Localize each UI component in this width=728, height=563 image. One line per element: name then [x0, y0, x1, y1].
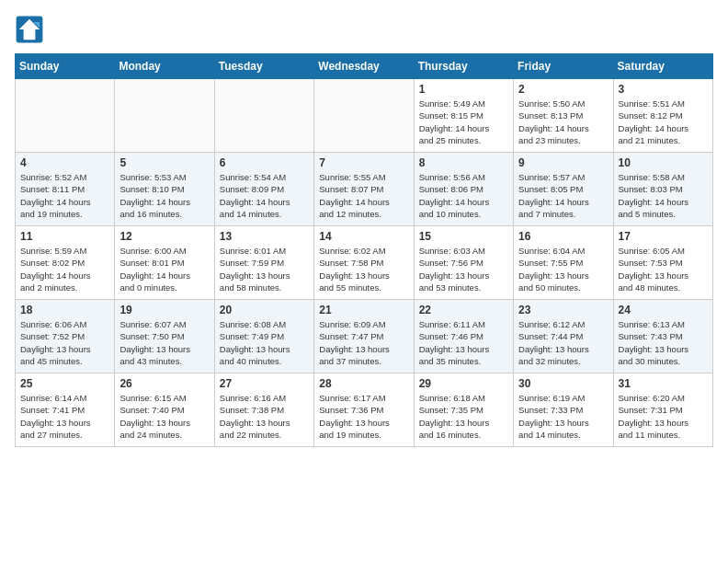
calendar-cell [115, 79, 214, 153]
day-info: Sunrise: 6:04 AM Sunset: 7:55 PM Dayligh… [518, 245, 608, 293]
day-number: 23 [518, 304, 608, 316]
day-number: 1 [419, 83, 508, 96]
day-info: Sunrise: 5:56 AM Sunset: 8:06 PM Dayligh… [419, 171, 508, 220]
calendar-table: SundayMondayTuesdayWednesdayThursdayFrid… [15, 53, 713, 447]
week-row-1: 1Sunrise: 5:49 AM Sunset: 8:15 PM Daylig… [16, 79, 713, 153]
day-info: Sunrise: 6:20 AM Sunset: 7:31 PM Dayligh… [619, 392, 708, 441]
calendar-cell: 29Sunrise: 6:18 AM Sunset: 7:35 PM Dayli… [414, 373, 513, 447]
day-info: Sunrise: 6:16 AM Sunset: 7:38 PM Dayligh… [220, 392, 309, 441]
calendar-cell [314, 79, 414, 153]
day-number: 21 [319, 304, 408, 316]
header-thursday: Thursday [414, 54, 513, 79]
day-info: Sunrise: 6:02 AM Sunset: 7:58 PM Dayligh… [319, 245, 408, 293]
calendar-cell: 31Sunrise: 6:20 AM Sunset: 7:31 PM Dayli… [613, 373, 712, 447]
day-info: Sunrise: 6:05 AM Sunset: 7:53 PM Dayligh… [619, 245, 708, 293]
day-number: 29 [419, 377, 508, 390]
day-info: Sunrise: 6:06 AM Sunset: 7:52 PM Dayligh… [20, 318, 109, 367]
calendar-cell [16, 79, 115, 153]
day-number: 30 [518, 377, 608, 390]
header-wednesday: Wednesday [314, 54, 414, 79]
day-number: 4 [20, 156, 109, 169]
day-info: Sunrise: 5:53 AM Sunset: 8:10 PM Dayligh… [119, 171, 209, 220]
day-info: Sunrise: 6:15 AM Sunset: 7:40 PM Dayligh… [119, 392, 209, 441]
calendar-cell: 8Sunrise: 5:56 AM Sunset: 8:06 PM Daylig… [414, 153, 513, 226]
day-number: 11 [20, 230, 109, 243]
calendar-cell: 19Sunrise: 6:07 AM Sunset: 7:50 PM Dayli… [115, 300, 214, 373]
day-info: Sunrise: 5:58 AM Sunset: 8:03 PM Dayligh… [619, 171, 708, 220]
day-number: 3 [619, 83, 708, 96]
day-info: Sunrise: 6:09 AM Sunset: 7:47 PM Dayligh… [319, 318, 408, 367]
day-number: 7 [319, 156, 408, 169]
day-number: 31 [619, 377, 708, 390]
day-number: 13 [220, 230, 309, 243]
day-info: Sunrise: 6:03 AM Sunset: 7:56 PM Dayligh… [419, 245, 508, 293]
calendar-cell: 18Sunrise: 6:06 AM Sunset: 7:52 PM Dayli… [16, 300, 115, 373]
day-info: Sunrise: 5:57 AM Sunset: 8:05 PM Dayligh… [518, 171, 608, 220]
calendar-cell: 14Sunrise: 6:02 AM Sunset: 7:58 PM Dayli… [314, 226, 414, 300]
calendar-cell: 10Sunrise: 5:58 AM Sunset: 8:03 PM Dayli… [613, 153, 712, 226]
day-info: Sunrise: 6:07 AM Sunset: 7:50 PM Dayligh… [119, 318, 209, 367]
day-number: 18 [20, 304, 109, 316]
calendar-cell: 12Sunrise: 6:00 AM Sunset: 8:01 PM Dayli… [115, 226, 214, 300]
day-number: 5 [119, 156, 209, 169]
calendar-cell: 26Sunrise: 6:15 AM Sunset: 7:40 PM Dayli… [115, 373, 214, 447]
day-info: Sunrise: 6:01 AM Sunset: 7:59 PM Dayligh… [220, 245, 309, 293]
calendar-cell [214, 79, 313, 153]
header-saturday: Saturday [613, 54, 712, 79]
day-info: Sunrise: 5:55 AM Sunset: 8:07 PM Dayligh… [319, 171, 408, 220]
day-info: Sunrise: 5:54 AM Sunset: 8:09 PM Dayligh… [220, 171, 309, 220]
day-info: Sunrise: 5:49 AM Sunset: 8:15 PM Dayligh… [419, 98, 508, 146]
day-info: Sunrise: 6:11 AM Sunset: 7:46 PM Dayligh… [419, 318, 508, 367]
header-sunday: Sunday [16, 54, 115, 79]
calendar-header-row: SundayMondayTuesdayWednesdayThursdayFrid… [16, 54, 713, 79]
day-number: 14 [319, 230, 408, 243]
calendar-cell: 30Sunrise: 6:19 AM Sunset: 7:33 PM Dayli… [514, 373, 613, 447]
day-number: 20 [220, 304, 309, 316]
header-tuesday: Tuesday [214, 54, 313, 79]
day-number: 17 [619, 230, 708, 243]
header-friday: Friday [514, 54, 613, 79]
calendar-cell: 7Sunrise: 5:55 AM Sunset: 8:07 PM Daylig… [314, 153, 414, 226]
day-number: 8 [419, 156, 508, 169]
day-info: Sunrise: 5:51 AM Sunset: 8:12 PM Dayligh… [619, 98, 708, 146]
day-number: 2 [518, 83, 608, 96]
week-row-5: 25Sunrise: 6:14 AM Sunset: 7:41 PM Dayli… [16, 373, 713, 447]
day-info: Sunrise: 5:52 AM Sunset: 8:11 PM Dayligh… [20, 171, 109, 220]
calendar-cell: 1Sunrise: 5:49 AM Sunset: 8:15 PM Daylig… [414, 79, 513, 153]
calendar-cell: 25Sunrise: 6:14 AM Sunset: 7:41 PM Dayli… [16, 373, 115, 447]
calendar-cell: 21Sunrise: 6:09 AM Sunset: 7:47 PM Dayli… [314, 300, 414, 373]
calendar-cell: 17Sunrise: 6:05 AM Sunset: 7:53 PM Dayli… [613, 226, 712, 300]
calendar-cell: 5Sunrise: 5:53 AM Sunset: 8:10 PM Daylig… [115, 153, 214, 226]
day-info: Sunrise: 6:08 AM Sunset: 7:49 PM Dayligh… [220, 318, 309, 367]
day-info: Sunrise: 6:00 AM Sunset: 8:01 PM Dayligh… [119, 245, 209, 293]
calendar-cell: 13Sunrise: 6:01 AM Sunset: 7:59 PM Dayli… [214, 226, 313, 300]
calendar-cell: 4Sunrise: 5:52 AM Sunset: 8:11 PM Daylig… [16, 153, 115, 226]
week-row-3: 11Sunrise: 5:59 AM Sunset: 8:02 PM Dayli… [16, 226, 713, 300]
calendar-cell: 15Sunrise: 6:03 AM Sunset: 7:56 PM Dayli… [414, 226, 513, 300]
day-number: 9 [518, 156, 608, 169]
day-number: 15 [419, 230, 508, 243]
day-info: Sunrise: 6:18 AM Sunset: 7:35 PM Dayligh… [419, 392, 508, 441]
day-number: 19 [119, 304, 209, 316]
calendar-cell: 11Sunrise: 5:59 AM Sunset: 8:02 PM Dayli… [16, 226, 115, 300]
day-number: 12 [119, 230, 209, 243]
day-info: Sunrise: 6:12 AM Sunset: 7:44 PM Dayligh… [518, 318, 608, 367]
calendar-cell: 2Sunrise: 5:50 AM Sunset: 8:13 PM Daylig… [514, 79, 613, 153]
calendar-cell: 6Sunrise: 5:54 AM Sunset: 8:09 PM Daylig… [214, 153, 313, 226]
calendar-cell: 20Sunrise: 6:08 AM Sunset: 7:49 PM Dayli… [214, 300, 313, 373]
calendar-cell: 16Sunrise: 6:04 AM Sunset: 7:55 PM Dayli… [514, 226, 613, 300]
week-row-2: 4Sunrise: 5:52 AM Sunset: 8:11 PM Daylig… [16, 153, 713, 226]
day-info: Sunrise: 6:14 AM Sunset: 7:41 PM Dayligh… [20, 392, 109, 441]
calendar-cell: 9Sunrise: 5:57 AM Sunset: 8:05 PM Daylig… [514, 153, 613, 226]
calendar-cell: 22Sunrise: 6:11 AM Sunset: 7:46 PM Dayli… [414, 300, 513, 373]
day-number: 26 [119, 377, 209, 390]
day-info: Sunrise: 5:59 AM Sunset: 8:02 PM Dayligh… [20, 245, 109, 293]
day-info: Sunrise: 6:19 AM Sunset: 7:33 PM Dayligh… [518, 392, 608, 441]
day-number: 27 [220, 377, 309, 390]
calendar-cell: 27Sunrise: 6:16 AM Sunset: 7:38 PM Dayli… [214, 373, 313, 447]
day-number: 25 [20, 377, 109, 390]
logo-icon [15, 15, 44, 44]
day-number: 22 [419, 304, 508, 316]
logo [15, 15, 48, 44]
day-number: 28 [319, 377, 408, 390]
